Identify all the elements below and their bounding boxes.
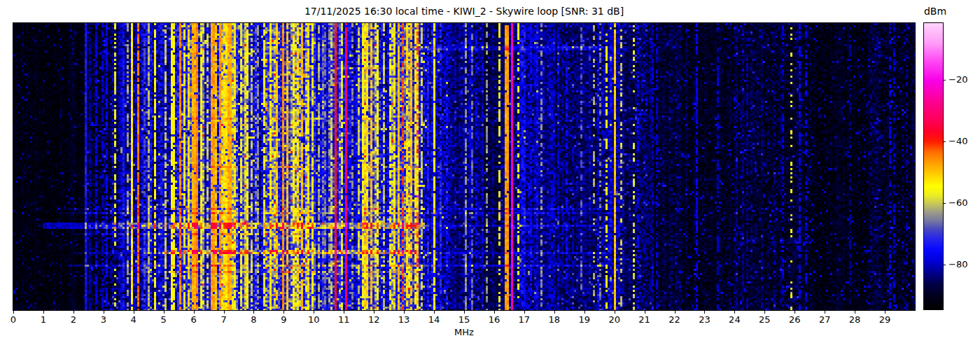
x-tick-mark <box>404 311 405 314</box>
colorbar-tick-label: −80 <box>948 259 967 270</box>
x-tick-label: 13 <box>393 314 414 325</box>
x-tick-mark <box>855 311 855 314</box>
x-tick-label: 1 <box>33 314 54 325</box>
x-tick-label: 29 <box>874 314 895 325</box>
x-tick-label: 24 <box>724 314 745 325</box>
x-tick-mark <box>104 311 104 314</box>
colorbar-tick-mark <box>943 141 946 142</box>
x-tick-label: 17 <box>514 314 535 325</box>
x-tick-mark <box>885 311 886 314</box>
x-tick-mark <box>164 311 164 314</box>
x-tick-label: 22 <box>664 314 685 325</box>
x-tick-label: 14 <box>424 314 444 325</box>
x-tick-label: 26 <box>784 314 805 325</box>
colorbar-tick-label: −20 <box>948 74 967 85</box>
x-tick-label: 27 <box>814 314 835 325</box>
colorbar-tick-label: −40 <box>948 136 967 147</box>
x-tick-mark <box>494 311 495 314</box>
x-tick-label: 18 <box>544 314 565 325</box>
colorbar-tick-mark <box>943 203 946 204</box>
colorbar-tick-mark <box>943 80 946 80</box>
spectrogram-page: 17/11/2025 16:30 local time - KIWI_2 - S… <box>0 0 980 350</box>
x-tick-mark <box>615 311 615 314</box>
waterfall-heatmap <box>13 22 916 311</box>
colorbar-unit-label: dBm <box>914 6 956 17</box>
x-tick-mark <box>584 311 585 314</box>
x-tick-mark <box>284 311 284 314</box>
x-tick-label: 9 <box>273 314 294 325</box>
x-tick-mark <box>794 311 795 314</box>
x-tick-mark <box>434 311 435 314</box>
x-tick-label: 2 <box>63 314 84 325</box>
x-tick-mark <box>524 311 525 314</box>
x-tick-mark <box>224 311 225 314</box>
x-tick-label: 21 <box>634 314 655 325</box>
x-tick-mark <box>464 311 465 314</box>
x-tick-mark <box>675 311 676 314</box>
x-tick-mark <box>645 311 645 314</box>
x-tick-label: 10 <box>303 314 324 325</box>
x-tick-mark <box>344 311 344 314</box>
x-tick-mark <box>13 311 14 314</box>
x-tick-label: 28 <box>844 314 865 325</box>
page-title: 17/11/2025 16:30 local time - KIWI_2 - S… <box>13 6 915 17</box>
x-tick-mark <box>74 311 74 314</box>
x-tick-label: 23 <box>694 314 715 325</box>
x-tick-mark <box>825 311 825 314</box>
colorbar <box>923 22 944 310</box>
x-tick-label: 6 <box>183 314 204 325</box>
colorbar-tick-mark <box>943 265 946 265</box>
x-tick-label: 16 <box>484 314 505 325</box>
colorbar-tick-label: −60 <box>948 197 967 209</box>
x-tick-mark <box>194 311 195 314</box>
x-tick-mark <box>734 311 735 314</box>
x-tick-mark <box>554 311 555 314</box>
x-tick-label: 7 <box>214 314 234 325</box>
x-tick-label: 15 <box>454 314 475 325</box>
x-tick-mark <box>253 311 254 314</box>
x-tick-mark <box>43 311 44 314</box>
x-tick-label: 3 <box>93 314 114 325</box>
x-axis-label: MHz <box>13 327 915 337</box>
x-tick-label: 8 <box>243 314 264 325</box>
x-tick-mark <box>764 311 765 314</box>
x-tick-label: 20 <box>604 314 625 325</box>
x-tick-mark <box>134 311 134 314</box>
x-tick-label: 25 <box>754 314 775 325</box>
x-tick-mark <box>704 311 705 314</box>
x-tick-label: 4 <box>123 314 144 325</box>
x-tick-label: 5 <box>153 314 174 325</box>
x-tick-label: 12 <box>363 314 384 325</box>
x-tick-mark <box>374 311 374 314</box>
x-tick-mark <box>314 311 314 314</box>
x-tick-label: 19 <box>574 314 595 325</box>
x-tick-label: 0 <box>3 314 24 325</box>
x-tick-label: 11 <box>333 314 354 325</box>
